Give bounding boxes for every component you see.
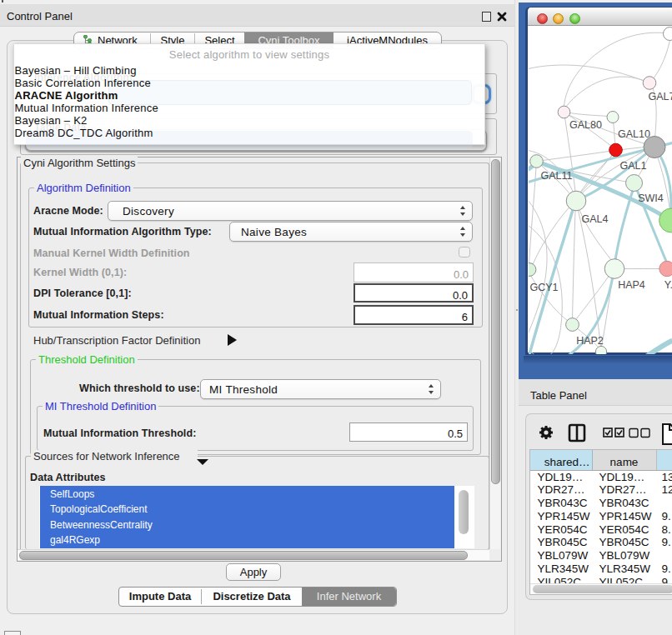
svg-text:GAL4: GAL4 [581, 212, 608, 224]
svg-text:GAL10: GAL10 [618, 128, 650, 139]
svg-text:GAL1: GAL1 [619, 159, 646, 171]
svg-text:GCY1: GCY1 [529, 281, 558, 292]
svg-text:GAL80: GAL80 [569, 118, 602, 130]
svg-text:HAP4: HAP4 [618, 278, 645, 290]
svg-text:HAP2: HAP2 [576, 334, 604, 346]
svg-text:Y..: Y.. [664, 278, 672, 290]
svg-text:SWI4: SWI4 [638, 192, 664, 203]
svg-text:GAL7: GAL7 [648, 90, 672, 102]
svg-text:GAL11: GAL11 [540, 169, 572, 181]
